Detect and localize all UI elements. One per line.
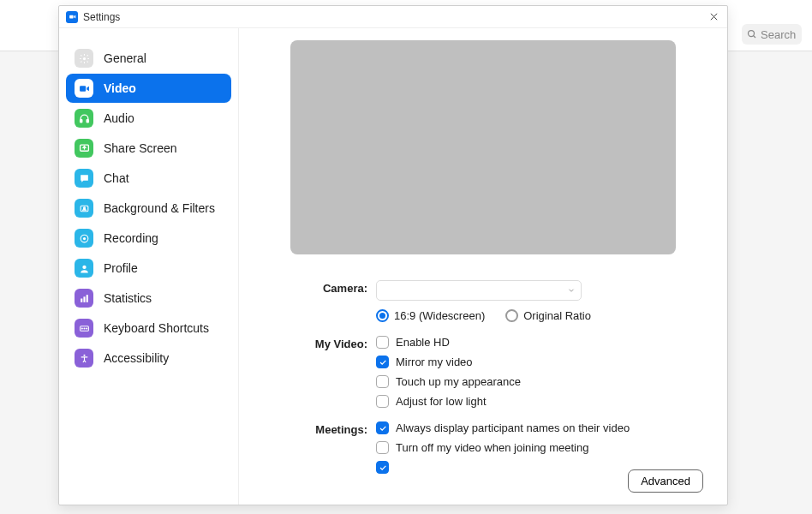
checkbox-enable-hd[interactable]: Enable HD [376, 336, 703, 349]
checkbox-touch-up[interactable]: Touch up my appearance [376, 375, 703, 388]
camera-select[interactable] [376, 280, 582, 301]
svg-point-5 [82, 57, 85, 59]
zoom-logo-icon [66, 11, 78, 23]
svg-point-13 [82, 236, 85, 239]
video-preview [290, 40, 676, 254]
svg-rect-2 [69, 15, 74, 19]
checkbox-icon [376, 375, 389, 388]
checkbox-icon [376, 336, 389, 349]
sidebar-item-keyboard-shortcuts[interactable]: Keyboard Shortcuts [66, 314, 231, 343]
checkbox-label: Adjust for low light [396, 395, 487, 408]
checkbox-label: Enable HD [396, 336, 450, 349]
svg-point-22 [83, 354, 85, 356]
svg-rect-7 [80, 119, 81, 122]
svg-point-21 [86, 327, 87, 328]
sidebar-item-label: Recording [104, 231, 158, 245]
svg-rect-6 [80, 86, 86, 92]
sidebar-item-profile[interactable]: Profile [66, 254, 231, 283]
gear-icon [75, 49, 93, 68]
sidebar-item-video[interactable]: Video [66, 74, 231, 103]
sidebar-item-label: Keyboard Shortcuts [104, 321, 209, 335]
checkbox-label: Always display participant names on thei… [396, 421, 630, 434]
profile-icon [75, 259, 93, 278]
video-icon [75, 79, 93, 98]
sidebar-item-label: Audio [104, 111, 134, 125]
svg-rect-15 [81, 298, 82, 302]
title-bar: Settings [59, 6, 727, 28]
sidebar-item-chat[interactable]: Chat [66, 164, 231, 193]
sidebar-item-label: Background & Filters [104, 201, 215, 215]
sidebar-item-general[interactable]: General [66, 44, 231, 73]
chevron-down-icon [567, 283, 576, 298]
background-icon [75, 199, 93, 218]
svg-rect-16 [83, 296, 85, 302]
checkbox-mirror[interactable]: Mirror my video [376, 356, 703, 368]
content-pane: Camera: 16:9 (Widescreen) [239, 28, 727, 505]
sidebar-item-background-filters[interactable]: Background & Filters [66, 194, 231, 223]
search-input[interactable]: Search [742, 24, 802, 45]
svg-point-14 [82, 265, 86, 268]
checkbox-label: Mirror my video [396, 356, 473, 368]
checkbox-turn-off-video[interactable]: Turn off my video when joining meeting [376, 441, 703, 454]
recording-icon [75, 229, 93, 248]
radio-icon [505, 309, 518, 322]
radio-label: 16:9 (Widescreen) [394, 309, 485, 322]
settings-sidebar: General Video Audio Share Screen [59, 28, 239, 505]
camera-label: Camera: [263, 280, 376, 329]
sidebar-item-share-screen[interactable]: Share Screen [66, 134, 231, 163]
close-button[interactable] [707, 10, 720, 24]
sidebar-item-label: Profile [104, 261, 138, 275]
sidebar-item-statistics[interactable]: Statistics [66, 284, 231, 313]
svg-point-19 [81, 327, 82, 328]
svg-rect-8 [87, 119, 88, 122]
radio-original[interactable]: Original Ratio [505, 309, 591, 322]
checkbox-icon [376, 356, 389, 368]
window-title: Settings [83, 11, 707, 23]
sidebar-item-label: General [104, 51, 146, 65]
statistics-icon [75, 289, 93, 308]
sidebar-item-label: Accessibility [104, 351, 169, 365]
checkbox-icon [376, 395, 389, 408]
sidebar-item-accessibility[interactable]: Accessibility [66, 344, 231, 373]
svg-rect-17 [86, 295, 87, 302]
advanced-button[interactable]: Advanced [628, 469, 703, 493]
chat-icon [75, 169, 93, 188]
checkbox-icon [376, 421, 389, 434]
svg-line-1 [754, 36, 756, 39]
content-scroll[interactable]: Camera: 16:9 (Widescreen) [239, 28, 727, 505]
meetings-label: Meetings: [263, 421, 376, 481]
checkbox-low-light[interactable]: Adjust for low light [376, 395, 703, 408]
svg-point-0 [749, 31, 755, 37]
search-placeholder: Search [761, 28, 796, 41]
headphones-icon [75, 109, 93, 128]
close-icon [709, 12, 719, 21]
search-icon [747, 29, 757, 39]
checkbox-icon [376, 441, 389, 454]
sidebar-item-label: Chat [104, 171, 129, 185]
settings-dialog: Settings General Video Aud [58, 5, 728, 505]
keyboard-icon [75, 319, 93, 338]
share-screen-icon [75, 139, 93, 158]
checkbox-display-names[interactable]: Always display participant names on thei… [376, 421, 703, 434]
checkbox-label: Touch up my appearance [396, 375, 521, 388]
sidebar-item-label: Video [104, 81, 136, 95]
my-video-label: My Video: [263, 336, 376, 415]
checkbox-icon [376, 461, 389, 474]
svg-point-20 [83, 327, 84, 328]
radio-icon [376, 309, 389, 322]
radio-label: Original Ratio [523, 309, 591, 322]
sidebar-item-label: Share Screen [104, 141, 177, 155]
checkbox-label: Turn off my video when joining meeting [396, 441, 588, 454]
accessibility-icon [75, 349, 93, 368]
sidebar-item-audio[interactable]: Audio [66, 104, 231, 133]
sidebar-item-label: Statistics [104, 291, 152, 305]
radio-widescreen[interactable]: 16:9 (Widescreen) [376, 309, 485, 322]
sidebar-item-recording[interactable]: Recording [66, 224, 231, 253]
